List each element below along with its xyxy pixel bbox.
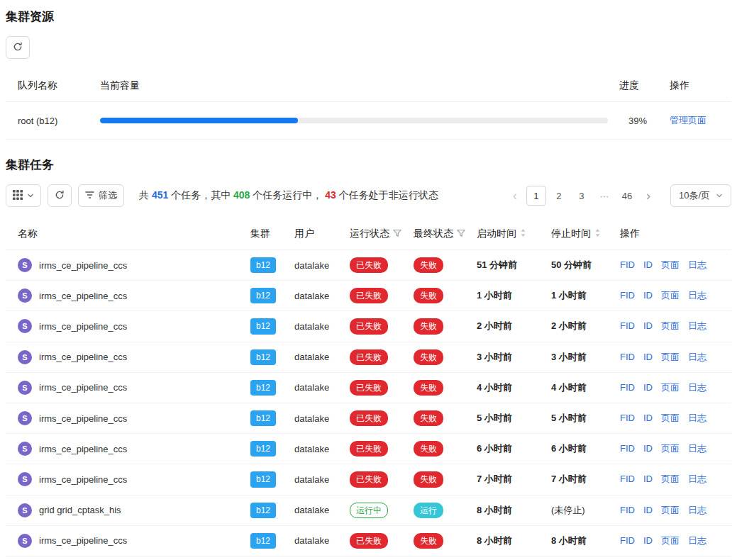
column-header-name: 名称 <box>6 218 245 250</box>
run-status-badge: 已失败 <box>350 441 388 457</box>
action-link-页面[interactable]: 页面 <box>661 474 680 484</box>
action-link-页面[interactable]: 页面 <box>661 505 680 515</box>
spark-task-avatar-icon: S <box>18 350 32 364</box>
action-link-FID[interactable]: FID <box>620 505 635 515</box>
action-link-日志[interactable]: 日志 <box>688 352 706 362</box>
action-link-日志[interactable]: 日志 <box>688 413 706 423</box>
filter-button[interactable]: 筛选 <box>78 184 124 207</box>
action-link-日志[interactable]: 日志 <box>688 505 706 515</box>
progress-percent: 39% <box>614 102 653 140</box>
final-status-badge: 失败 <box>414 380 443 396</box>
action-link-ID[interactable]: ID <box>643 505 653 515</box>
pagination-page-46[interactable]: 46 <box>617 186 637 206</box>
spark-task-avatar-icon: S <box>18 411 32 425</box>
action-link-页面[interactable]: 页面 <box>661 320 680 331</box>
action-link-日志[interactable]: 日志 <box>688 290 706 301</box>
action-link-日志[interactable]: 日志 <box>688 382 706 393</box>
tasks-header-row: 名称 集群 用户 运行状态 最终状态 <box>6 218 731 250</box>
pagination-next-icon[interactable]: › <box>640 186 657 205</box>
filter-lines-icon <box>85 191 94 201</box>
column-header-progress: 进度 <box>614 70 653 102</box>
pagination-page-2[interactable]: 2 <box>549 186 569 206</box>
action-link-ID[interactable]: ID <box>643 382 653 393</box>
action-link-页面[interactable]: 页面 <box>661 443 680 454</box>
task-actions: FIDID页面日志 <box>614 281 731 311</box>
stop-time: (未停止) <box>545 495 614 525</box>
action-link-页面[interactable]: 页面 <box>661 413 680 423</box>
pagination-page-1[interactable]: 1 <box>526 186 546 206</box>
cluster-badge: b12 <box>250 533 276 549</box>
resources-refresh-button[interactable] <box>6 36 30 59</box>
action-link-日志[interactable]: 日志 <box>688 320 706 331</box>
action-link-日志[interactable]: 日志 <box>688 259 706 270</box>
final-status-badge: 失败 <box>414 257 443 273</box>
refresh-icon <box>55 190 65 202</box>
column-header-final-status: 最终状态 <box>408 218 471 250</box>
action-link-ID[interactable]: ID <box>643 352 653 362</box>
action-link-FID[interactable]: FID <box>620 290 635 301</box>
sort-icon[interactable] <box>594 228 601 240</box>
task-row: S irms_ce_pipeline_ccs b12 datalake 已失败 … <box>6 311 731 342</box>
stop-time: 3 小时前 <box>545 342 614 372</box>
task-name: irms_ce_pipeline_ccs <box>39 291 127 301</box>
spark-task-avatar-icon: S <box>18 319 32 333</box>
action-link-页面[interactable]: 页面 <box>661 352 680 362</box>
action-link-FID[interactable]: FID <box>620 259 635 270</box>
action-link-FID[interactable]: FID <box>620 474 635 484</box>
task-row: S irms_ce_pipeline_ccs b12 datalake 已失败 … <box>6 525 731 556</box>
final-status-badge: 失败 <box>414 288 443 303</box>
task-name: irms_ce_pipeline_ccs <box>39 474 127 485</box>
action-link-ID[interactable]: ID <box>643 474 653 484</box>
action-link-页面[interactable]: 页面 <box>661 290 680 301</box>
capacity-cell <box>94 102 614 140</box>
task-row: S irms_ce_pipeline_ccs b12 datalake 已失败 … <box>6 403 731 433</box>
pagination-page-3[interactable]: 3 <box>572 186 592 206</box>
action-link-ID[interactable]: ID <box>643 413 653 423</box>
pagination-prev-icon[interactable]: ‹ <box>506 186 523 205</box>
task-count-not-running: 43 <box>325 189 336 201</box>
page-size-label: 10条/页 <box>679 189 710 202</box>
start-time: 5 小时前 <box>471 403 545 433</box>
stop-time: 50 分钟前 <box>545 250 614 281</box>
action-link-ID[interactable]: ID <box>643 535 653 546</box>
filter-icon[interactable] <box>393 228 401 240</box>
action-link-日志[interactable]: 日志 <box>688 535 706 546</box>
cluster-badge: b12 <box>250 471 276 487</box>
task-row: S irms_ce_pipeline_ccs b12 datalake 已失败 … <box>6 464 731 495</box>
action-link-FID[interactable]: FID <box>620 443 635 454</box>
page-size-select-top[interactable]: 10条/页 <box>670 184 731 207</box>
action-link-ID[interactable]: ID <box>643 443 653 454</box>
manage-page-link[interactable]: 管理页面 <box>670 115 706 125</box>
layout-grid-button[interactable] <box>6 184 41 207</box>
task-name: irms_ce_pipeline_ccs <box>39 413 127 424</box>
sort-icon[interactable] <box>520 228 526 240</box>
action-link-FID[interactable]: FID <box>620 413 635 423</box>
run-status-badge: 已失败 <box>350 349 388 365</box>
action-link-日志[interactable]: 日志 <box>688 474 706 484</box>
start-time: 6 小时前 <box>471 434 545 464</box>
spark-task-avatar-icon: S <box>18 258 32 272</box>
run-status-badge: 已失败 <box>350 410 388 426</box>
page: 集群资源 队列名称 当前容量 进度 操作 roo <box>0 0 737 560</box>
action-link-日志[interactable]: 日志 <box>688 443 706 454</box>
column-header-capacity: 当前容量 <box>94 70 614 102</box>
start-time: 51 分钟前 <box>471 250 545 281</box>
action-link-ID[interactable]: ID <box>643 290 653 301</box>
filter-icon[interactable] <box>457 228 465 240</box>
queue-name: root (b12) <box>6 102 94 140</box>
action-link-ID[interactable]: ID <box>643 259 653 270</box>
tasks-refresh-button[interactable] <box>48 184 72 207</box>
cluster-badge: b12 <box>250 288 276 303</box>
action-link-FID[interactable]: FID <box>620 535 635 546</box>
stop-time: 7 小时前 <box>545 464 614 495</box>
action-link-ID[interactable]: ID <box>643 320 653 331</box>
action-link-FID[interactable]: FID <box>620 382 635 393</box>
task-name: irms_ce_pipeline_ccs <box>39 535 127 546</box>
action-link-页面[interactable]: 页面 <box>661 259 680 270</box>
stop-time: 1 小时前 <box>545 281 614 311</box>
action-link-FID[interactable]: FID <box>620 352 635 362</box>
spark-task-avatar-icon: S <box>18 472 32 486</box>
action-link-FID[interactable]: FID <box>620 320 635 331</box>
action-link-页面[interactable]: 页面 <box>661 382 680 393</box>
action-link-页面[interactable]: 页面 <box>661 535 680 546</box>
